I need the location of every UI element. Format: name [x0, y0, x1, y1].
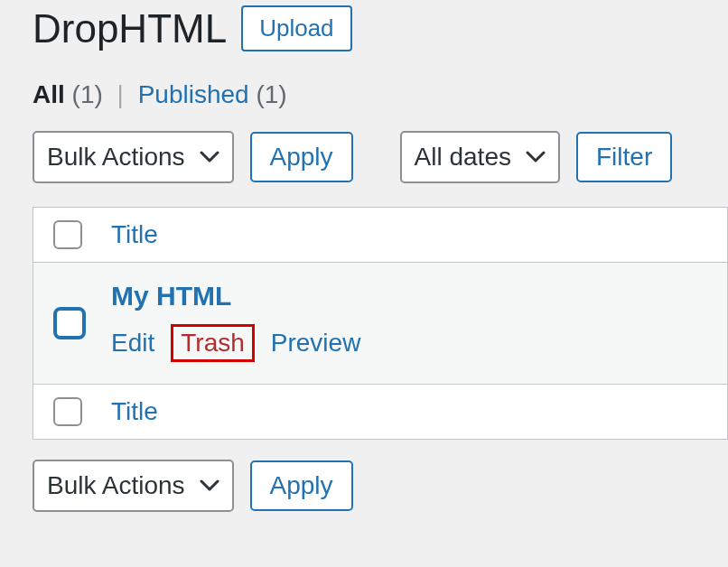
preview-link[interactable]: Preview [271, 329, 361, 358]
filter-published-count: (1) [256, 80, 286, 108]
filter-published-label: Published [138, 80, 249, 108]
select-all-checkbox-top[interactable] [53, 220, 82, 249]
apply-button-top[interactable]: Apply [250, 132, 353, 182]
dates-select[interactable]: All dates [400, 131, 560, 183]
row-actions: Edit Trash Preview [111, 324, 360, 362]
chevron-down-icon [200, 479, 219, 492]
chevron-down-icon [200, 151, 219, 163]
bulk-actions-label: Bulk Actions [47, 143, 185, 172]
apply-button-bottom[interactable]: Apply [250, 460, 353, 511]
status-filter-list: All (1) | Published (1) [33, 80, 728, 109]
filter-published-link[interactable]: Published (1) [138, 80, 287, 108]
trash-link[interactable]: Trash [171, 324, 255, 362]
select-all-checkbox-bottom[interactable] [53, 397, 82, 426]
filter-all-label: All [33, 80, 65, 108]
row-checkbox[interactable] [53, 307, 86, 339]
post-title-link[interactable]: My HTML [111, 281, 360, 311]
filter-button[interactable]: Filter [576, 132, 672, 182]
bulk-actions-select[interactable]: Bulk Actions [33, 131, 234, 183]
column-header-title-bottom[interactable]: Title [111, 397, 158, 426]
chevron-down-icon [526, 151, 546, 163]
filter-all-link[interactable]: All (1) [33, 80, 110, 108]
posts-table: Title My HTML Edit Trash Preview Title [33, 207, 728, 440]
dates-label: All dates [415, 143, 511, 172]
table-row: My HTML Edit Trash Preview [33, 263, 727, 385]
column-header-title-top[interactable]: Title [111, 220, 158, 249]
filter-separator: | [110, 80, 131, 108]
page-title: DropHTML [33, 6, 227, 51]
filter-all-count: (1) [72, 80, 103, 108]
bulk-actions-select-bottom[interactable]: Bulk Actions [33, 460, 234, 512]
edit-link[interactable]: Edit [111, 329, 154, 358]
bulk-actions-label-bottom: Bulk Actions [47, 471, 185, 500]
upload-button[interactable]: Upload [241, 5, 351, 51]
